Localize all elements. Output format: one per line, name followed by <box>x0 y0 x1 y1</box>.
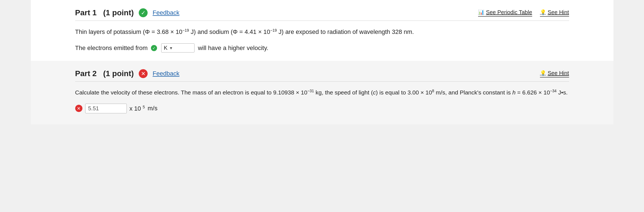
see-periodic-table-link[interactable]: 📊 See Periodic Table <box>478 9 532 17</box>
part1-feedback-label: Feedback <box>153 9 180 16</box>
part2-exponent: 5 <box>143 105 145 109</box>
part1-see-hint-link[interactable]: 💡 See Hint <box>540 9 569 17</box>
part2-title: Part 2 (1 point) <box>75 69 134 78</box>
part2-see-hint-link[interactable]: 💡 See Hint <box>540 70 569 78</box>
dropdown-arrow-icon: ▼ <box>169 46 173 50</box>
hint-icon: 💡 <box>540 9 546 15</box>
part2-answer-x-icon: ✕ <box>75 105 82 112</box>
part1-title: Part 1 (1 point) <box>75 8 134 17</box>
part2-incorrect-icon: ✕ <box>139 69 148 78</box>
part2-unit: m/s <box>148 105 157 112</box>
part1-correct-icon: ✓ <box>139 8 148 17</box>
part1-points: (1 point) <box>103 8 134 17</box>
part1-title-text: Part 1 <box>75 8 97 17</box>
part1-question: Thin layers of potassium (Φ = 3.68 × 10−… <box>75 27 569 37</box>
part2-feedback-link[interactable]: Feedback <box>153 70 180 77</box>
part1-see-hint-label: See Hint <box>548 9 569 16</box>
part2-header-left: Part 2 (1 point) ✕ Feedback <box>75 69 180 78</box>
see-periodic-table-label: See Periodic Table <box>486 9 532 16</box>
part1-section: Part 1 (1 point) ✓ Feedback 📊 See Period… <box>31 0 613 61</box>
part1-answer-check-icon: ✓ <box>151 45 157 51</box>
main-container: Part 1 (1 point) ✓ Feedback 📊 See Period… <box>31 0 613 124</box>
part2-header: Part 2 (1 point) ✕ Feedback 💡 See Hint <box>75 69 569 82</box>
periodic-table-icon: 📊 <box>478 9 484 15</box>
part1-answer-suffix: will have a higher velocity. <box>198 44 268 52</box>
part1-answer-prefix: The electrons emitted from <box>75 44 148 52</box>
part1-dropdown-value: K <box>164 45 167 51</box>
part2-answer-row: ✕ x 10 5 m/s <box>75 104 569 113</box>
part2-feedback-label: Feedback <box>153 70 180 77</box>
part1-feedback-link[interactable]: Feedback <box>153 9 180 16</box>
part2-header-right: 💡 See Hint <box>540 70 569 78</box>
part1-answer-row: The electrons emitted from ✓ K ▼ will ha… <box>75 43 569 53</box>
part2-input[interactable] <box>85 104 127 113</box>
part2-points: (1 point) <box>103 69 134 78</box>
part1-header-right: 📊 See Periodic Table 💡 See Hint <box>478 9 569 17</box>
part2-see-hint-label: See Hint <box>548 70 569 76</box>
part2-question: Calculate the velocity of these electron… <box>75 88 569 98</box>
part2-title-text: Part 2 <box>75 69 97 78</box>
part1-dropdown[interactable]: K ▼ <box>161 43 195 53</box>
part1-header-left: Part 1 (1 point) ✓ Feedback <box>75 8 180 17</box>
part1-header: Part 1 (1 point) ✓ Feedback 📊 See Period… <box>75 8 569 21</box>
part2-hint-icon: 💡 <box>540 70 546 76</box>
part2-x10-label: x 10 5 <box>130 105 145 112</box>
part2-section: Part 2 (1 point) ✕ Feedback 💡 See Hint C… <box>31 61 613 124</box>
